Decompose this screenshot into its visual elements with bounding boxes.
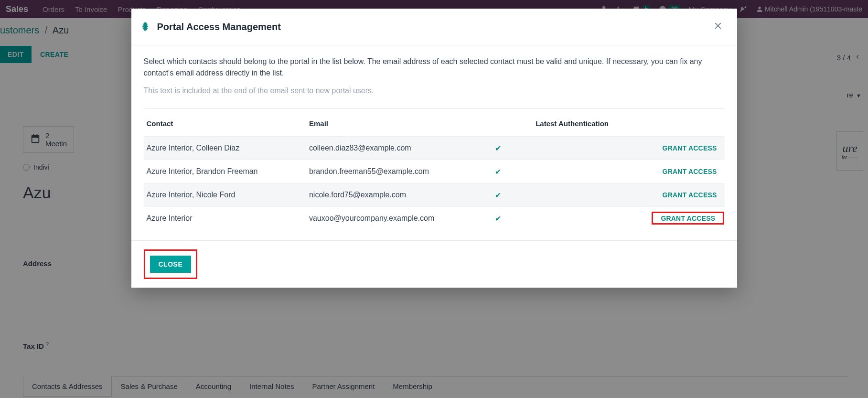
col-email: Email	[306, 115, 492, 137]
modal-footer: CLOSE	[131, 240, 737, 288]
grant-access-button[interactable]: GRANT ACCESS	[658, 188, 722, 202]
table-row: Azure Interior, Colleen Diaz colleen.dia…	[144, 137, 725, 160]
close-icon[interactable]	[711, 19, 725, 34]
contact-email[interactable]: brandon.freeman55@example.com	[306, 160, 492, 183]
col-action	[649, 115, 724, 137]
contact-name: Azure Interior, Colleen Diaz	[144, 137, 306, 160]
grant-access-button[interactable]: GRANT ACCESS	[658, 141, 722, 155]
auth-cell	[533, 137, 649, 160]
auth-cell	[533, 183, 649, 207]
grant-access-button[interactable]: GRANT ACCESS	[658, 165, 722, 178]
contact-email[interactable]: vauxoo@yourcompany.example.com	[306, 207, 492, 230]
contact-email[interactable]: colleen.diaz83@example.com	[306, 137, 492, 160]
highlighted-close: CLOSE	[144, 249, 198, 279]
col-status	[492, 115, 533, 137]
check-icon: ✔	[495, 144, 501, 152]
close-button[interactable]: CLOSE	[150, 256, 192, 273]
check-icon: ✔	[495, 168, 501, 176]
modal-header: Portal Access Management	[131, 9, 737, 45]
auth-cell	[533, 207, 649, 230]
modal-title: Portal Access Management	[157, 22, 281, 32]
bug-icon[interactable]	[140, 22, 150, 32]
grant-access-button[interactable]: GRANT ACCESS	[656, 212, 720, 225]
contact-name: Azure Interior	[144, 207, 306, 230]
divider	[144, 108, 725, 109]
check-icon: ✔	[495, 191, 501, 199]
table-row: Azure Interior, Brandon Freeman brandon.…	[144, 160, 725, 183]
auth-cell	[533, 160, 649, 183]
portal-contacts-table: Contact Email Latest Authentication Azur…	[144, 115, 725, 230]
contact-name: Azure Interior, Nicole Ford	[144, 183, 306, 207]
modal-body: Select which contacts should belong to t…	[131, 45, 737, 240]
table-row: Azure Interior vauxoo@yourcompany.exampl…	[144, 207, 725, 230]
portal-access-modal: Portal Access Management Select which co…	[131, 9, 737, 288]
welcome-message-input[interactable]: This text is included at the end of the …	[144, 86, 725, 95]
highlighted-grant: GRANT ACCESS	[652, 212, 724, 225]
instructions-text: Select which contacts should belong to t…	[144, 56, 725, 79]
col-auth: Latest Authentication	[533, 115, 649, 137]
table-row: Azure Interior, Nicole Ford nicole.ford7…	[144, 183, 725, 207]
contact-name: Azure Interior, Brandon Freeman	[144, 160, 306, 183]
modal-overlay: Portal Access Management Select which co…	[0, 0, 868, 398]
contact-email[interactable]: nicole.ford75@example.com	[306, 183, 492, 207]
check-icon: ✔	[495, 215, 501, 223]
col-contact: Contact	[144, 115, 306, 137]
